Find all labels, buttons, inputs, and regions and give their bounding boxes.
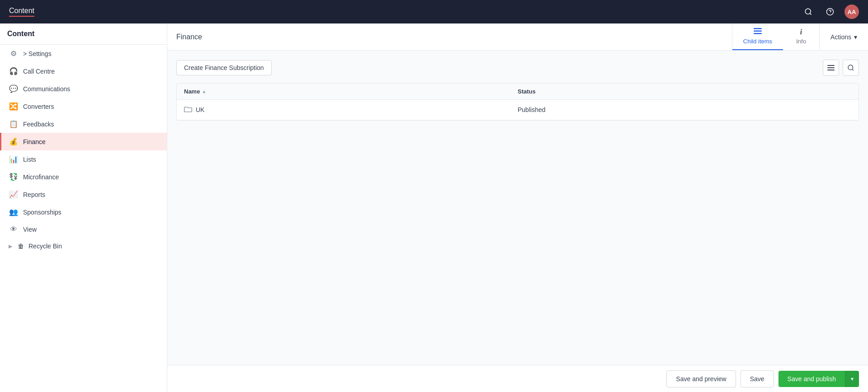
svg-point-0 [805,9,811,14]
tab-child-items[interactable]: Child items [732,23,783,50]
sidebar-item-label: Microfinance [23,173,59,181]
search-icon[interactable] [801,5,816,19]
search-button[interactable] [843,60,859,76]
svg-line-1 [810,13,811,14]
sidebar-item-view[interactable]: 👁 View [0,221,167,238]
content-title-bar [167,23,732,50]
svg-point-10 [848,65,853,70]
folder-icon [184,105,192,114]
save-publish-dropdown-button[interactable]: ▾ [845,371,859,387]
avatar[interactable]: AA [844,5,859,19]
svg-rect-8 [827,67,835,68]
sidebar-item-settings[interactable]: ⚙ > Settings [0,45,167,62]
save-preview-button[interactable]: Save and preview [666,370,736,387]
save-publish-button[interactable]: Save and publish [778,371,845,387]
save-publish-group: Save and publish ▾ [778,371,859,387]
svg-rect-5 [754,31,762,32]
toolbar-right [823,60,859,76]
child-items-tab-icon [754,28,762,36]
create-finance-subscription-button[interactable]: Create Finance Subscription [176,60,272,75]
finance-icon: 💰 [9,137,19,146]
sidebar-item-label: Reports [23,191,45,198]
sidebar-item-lists[interactable]: 📊 Lists [0,150,167,168]
sidebar-item-label: > Settings [23,50,52,57]
top-nav-icons: AA [801,5,859,19]
sidebar-item-label: View [23,226,37,233]
svg-line-11 [852,69,854,70]
sidebar-header: Content [0,23,167,45]
tab-info-label: Info [796,38,806,45]
sidebar-item-label: Finance [23,138,46,145]
sidebar-item-label: Sponsorships [23,209,61,216]
row-name: UK [196,106,204,113]
feedbacks-icon: 📋 [9,120,19,128]
table-header: Name ▲ Status [177,84,859,100]
top-navigation: Content AA [0,0,868,23]
app-title: Content [9,7,34,17]
svg-rect-4 [754,28,762,29]
content-tabs: Child items i Info Actions ▾ [732,23,868,50]
sidebar-item-label: Converters [23,103,54,110]
content-header: Child items i Info Actions ▾ [167,23,868,51]
content-footer: Save and preview Save Save and publish ▾ [167,365,868,392]
sidebar-item-recycle-bin[interactable]: ▶ 🗑 Recycle Bin [0,238,167,254]
tab-info[interactable]: i Info [783,23,819,50]
column-name-label: Name [184,88,200,95]
main-layout: Content ⚙ > Settings 🎧 Call Centre 💬 Com… [0,23,868,392]
sidebar-item-finance[interactable]: 💰 Finance [0,133,167,150]
sort-icon: ▲ [202,89,206,94]
column-header-status: Status [518,88,851,95]
svg-rect-6 [754,33,762,34]
sidebar-item-label: Feedbacks [23,121,54,128]
communications-icon: 💬 [9,84,19,93]
svg-rect-9 [827,70,835,70]
settings-icon: ⚙ [9,49,19,58]
toolbar-row: Create Finance Subscription [176,60,859,76]
column-status-label: Status [518,88,536,95]
sidebar-item-label: Communications [23,85,70,93]
sidebar-item-label: Lists [23,156,36,163]
view-icon: 👁 [9,225,19,233]
tab-child-items-label: Child items [743,38,772,45]
data-table: Name ▲ Status UK [176,83,859,121]
svg-rect-7 [827,65,835,66]
table-row[interactable]: UK Published [177,100,859,120]
save-button[interactable]: Save [741,370,774,387]
cell-status: Published [518,106,851,113]
actions-dropdown-icon: ▾ [854,33,857,41]
info-tab-icon: i [800,28,802,36]
sidebar-item-converters[interactable]: 🔀 Converters [0,98,167,115]
content-body: Create Finance Subscription [167,51,868,365]
actions-label: Actions [830,33,851,41]
cell-name: UK [184,105,518,114]
converters-icon: 🔀 [9,102,19,111]
call-centre-icon: 🎧 [9,67,19,75]
column-header-name[interactable]: Name ▲ [184,88,518,95]
sidebar-item-feedbacks[interactable]: 📋 Feedbacks [0,115,167,133]
list-view-button[interactable] [823,60,839,76]
sidebar-item-communications[interactable]: 💬 Communications [0,80,167,98]
recycle-bin-icon: 🗑 [18,243,24,250]
sidebar-item-reports[interactable]: 📈 Reports [0,186,167,203]
content-area: Child items i Info Actions ▾ Create Fina… [167,23,868,392]
lists-icon: 📊 [9,155,19,163]
help-icon[interactable] [823,5,837,19]
sidebar-item-label: Call Centre [23,68,55,75]
reports-icon: 📈 [9,190,19,199]
sidebar-item-microfinance[interactable]: 💱 Microfinance [0,168,167,186]
sidebar: Content ⚙ > Settings 🎧 Call Centre 💬 Com… [0,23,167,392]
tab-actions[interactable]: Actions ▾ [819,23,868,50]
sponsorships-icon: 👥 [9,208,19,216]
content-title-input[interactable] [176,33,723,41]
sidebar-item-call-centre[interactable]: 🎧 Call Centre [0,62,167,80]
collapse-arrow-icon: ▶ [9,243,12,249]
microfinance-icon: 💱 [9,173,19,181]
sidebar-item-sponsorships[interactable]: 👥 Sponsorships [0,203,167,221]
sidebar-item-label: Recycle Bin [28,243,62,250]
row-status: Published [518,106,546,113]
